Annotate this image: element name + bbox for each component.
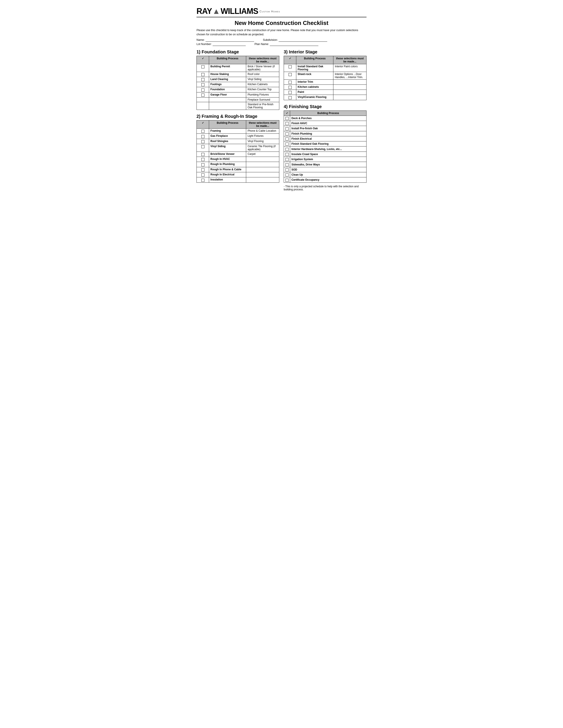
checkbox-icon[interactable] xyxy=(201,158,204,161)
checkbox-cell[interactable] xyxy=(284,177,290,182)
checkbox-icon[interactable] xyxy=(201,130,204,133)
checkbox-cell[interactable] xyxy=(284,126,290,131)
checkbox-icon[interactable] xyxy=(286,179,289,182)
table-row: Rough In HVAC xyxy=(197,157,279,162)
checkbox-icon[interactable] xyxy=(286,127,289,130)
checkbox-cell[interactable] xyxy=(197,177,209,182)
checkbox-cell[interactable] xyxy=(284,172,290,177)
selections-text xyxy=(334,79,367,84)
checkbox-cell[interactable] xyxy=(284,64,296,72)
table-row: Finish Plumbing xyxy=(284,131,367,136)
checkbox-cell[interactable] xyxy=(197,87,209,92)
checkbox-cell[interactable] xyxy=(284,121,290,126)
checkbox-icon[interactable] xyxy=(286,132,289,135)
checkbox-cell[interactable] xyxy=(197,157,209,162)
process-label xyxy=(209,97,246,102)
checkbox-cell[interactable] xyxy=(284,167,290,172)
checkbox-icon[interactable] xyxy=(286,137,289,141)
checkbox-icon[interactable] xyxy=(289,91,292,94)
checkbox-cell[interactable] xyxy=(197,139,209,144)
checkbox-icon[interactable] xyxy=(201,140,204,143)
checkbox-icon[interactable] xyxy=(286,143,289,146)
checkbox-cell[interactable] xyxy=(197,64,209,72)
checkbox-cell[interactable] xyxy=(284,136,290,141)
checkbox-icon[interactable] xyxy=(201,168,204,171)
checkbox-icon[interactable] xyxy=(201,73,204,76)
checkbox-icon[interactable] xyxy=(201,88,204,92)
checkbox-icon[interactable] xyxy=(201,65,204,68)
name-label: Name: xyxy=(196,38,205,41)
checkbox-cell[interactable] xyxy=(197,128,209,133)
section4-table: ✓ Building Process Deck & Porches Finish… xyxy=(284,111,367,183)
process-label: Rough In Plumbing xyxy=(209,162,246,167)
checkbox-cell[interactable] xyxy=(284,72,296,79)
checkbox-icon[interactable] xyxy=(286,173,289,176)
section3-check-header: ✓ xyxy=(284,56,296,64)
checkbox-cell[interactable] xyxy=(197,152,209,157)
process-label: Interior Trim xyxy=(296,79,334,84)
checkbox-cell[interactable] xyxy=(197,144,209,152)
checkbox-icon[interactable] xyxy=(201,94,204,97)
checkbox-cell[interactable] xyxy=(197,134,209,139)
selections-text: Standard or Pre-finish Oak Flooring xyxy=(246,102,279,110)
subdivision-input[interactable] xyxy=(278,38,327,42)
section2-selections-header: these selections must be made... xyxy=(246,120,279,128)
process-label: Vinyl Siding xyxy=(209,144,246,152)
checkbox-cell[interactable] xyxy=(197,82,209,87)
selections-text: Interior Paint colors xyxy=(334,64,367,72)
checkbox-cell[interactable] xyxy=(284,79,296,84)
checkbox-icon[interactable] xyxy=(289,86,292,89)
table-row: Finish Standard Oak Flooring xyxy=(284,141,367,146)
checkbox-icon[interactable] xyxy=(289,73,292,76)
checkbox-icon[interactable] xyxy=(286,163,289,166)
checkbox-cell[interactable] xyxy=(284,162,290,167)
checkbox-icon[interactable] xyxy=(201,153,204,156)
checkbox-icon[interactable] xyxy=(289,81,292,84)
checkbox-icon[interactable] xyxy=(289,96,292,99)
logo-area: RAY ▲ WILLIAMS Custom Homes xyxy=(196,7,367,16)
checkbox-icon[interactable] xyxy=(201,135,204,138)
checkbox-cell[interactable] xyxy=(284,152,290,157)
checkbox-icon[interactable] xyxy=(286,122,289,125)
checkbox-icon[interactable] xyxy=(286,117,289,120)
checkbox-icon[interactable] xyxy=(201,78,204,81)
checkbox-cell[interactable] xyxy=(197,92,209,97)
name-input[interactable] xyxy=(205,38,254,42)
process-label xyxy=(209,102,246,110)
checkbox-cell[interactable] xyxy=(197,72,209,77)
checkbox-icon[interactable] xyxy=(201,163,204,166)
checkbox-cell[interactable] xyxy=(284,131,290,136)
checkbox-cell[interactable] xyxy=(284,157,290,162)
selections-text xyxy=(334,90,367,95)
checkbox-cell[interactable] xyxy=(197,77,209,82)
checkbox-cell[interactable] xyxy=(284,141,290,146)
section4-check-header: ✓ xyxy=(284,111,290,116)
process-label: Brick/Stone Veneer xyxy=(209,152,246,157)
checkbox-cell[interactable] xyxy=(284,95,296,100)
checkbox-cell[interactable] xyxy=(284,116,290,121)
checkbox-icon[interactable] xyxy=(201,179,204,182)
checkbox-icon[interactable] xyxy=(201,145,204,148)
table-row: Fireplace Surround xyxy=(197,97,279,102)
checkbox-icon[interactable] xyxy=(286,148,289,151)
checkbox-cell[interactable] xyxy=(197,172,209,177)
checkbox-icon[interactable] xyxy=(286,158,289,161)
process-label: Insulation xyxy=(209,177,246,182)
checkbox-icon[interactable] xyxy=(201,173,204,176)
checkbox-icon[interactable] xyxy=(201,83,204,86)
selections-text: Light Fixtures xyxy=(246,134,279,139)
checkbox-cell[interactable] xyxy=(284,84,296,90)
checkbox-cell[interactable] xyxy=(284,146,290,152)
lot-input[interactable] xyxy=(212,43,246,46)
page-title: New Home Construction Checklist xyxy=(196,20,367,26)
checkbox-cell[interactable] xyxy=(284,90,296,95)
checkbox-cell[interactable] xyxy=(197,167,209,172)
plan-input[interactable] xyxy=(270,43,319,46)
checkbox-icon[interactable] xyxy=(289,65,292,68)
checkbox-cell[interactable] xyxy=(197,162,209,167)
section3-process-header: Building Process xyxy=(296,56,334,64)
form-row-1: Name: Subdivision: xyxy=(196,38,367,42)
checkbox-icon[interactable] xyxy=(286,168,289,171)
right-column: 3) Interior Stage ✓ Building Process the… xyxy=(284,49,367,191)
checkbox-icon[interactable] xyxy=(286,153,289,156)
